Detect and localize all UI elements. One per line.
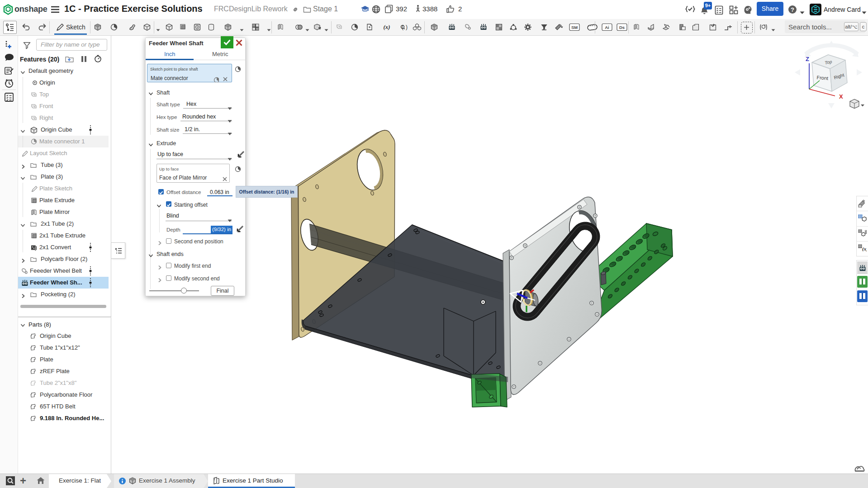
svg-text:Front: Front [816, 75, 828, 81]
svg-text:): ) [406, 24, 408, 30]
svg-text:(x): (x) [862, 246, 867, 252]
svg-text:Z: Z [806, 56, 809, 62]
svg-text:Ai: Ai [605, 25, 609, 30]
svg-text:SM: SM [571, 25, 578, 30]
svg-text:(: ( [402, 24, 403, 30]
svg-text:(x): (x) [383, 24, 390, 30]
svg-text:?: ? [791, 6, 794, 13]
svg-text:X: X [839, 93, 843, 100]
svg-text:Ds: Ds [619, 25, 625, 30]
